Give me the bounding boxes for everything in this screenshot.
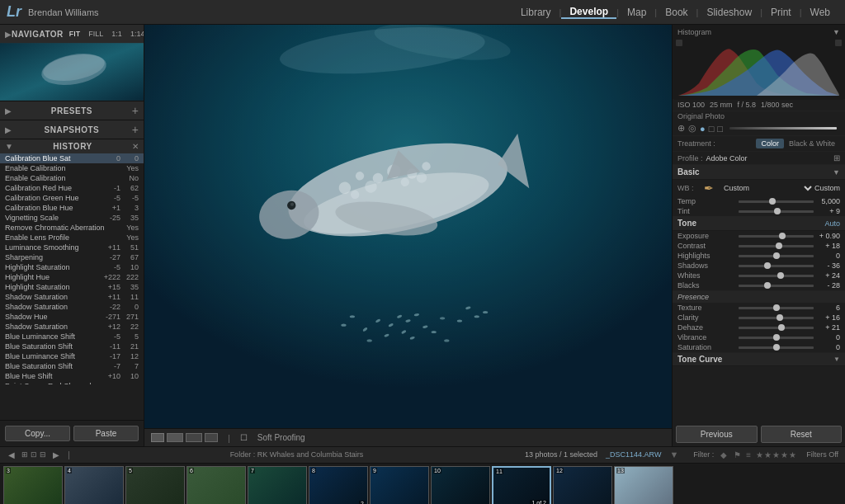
nav-slideshow[interactable]: Slideshow xyxy=(698,7,760,18)
filter-icon[interactable]: ◆ xyxy=(720,450,727,459)
temp-slider[interactable] xyxy=(739,200,814,203)
wb-dropper-icon[interactable]: ✒ xyxy=(704,181,714,195)
redeye-tool-icon[interactable]: ● xyxy=(700,124,706,134)
history-item[interactable]: Shadow Saturation-220 xyxy=(0,302,144,312)
history-item[interactable]: Shadow Saturation+1111 xyxy=(0,292,144,302)
saturation-thumb[interactable] xyxy=(773,344,780,351)
star-2[interactable]: ★ xyxy=(764,450,772,459)
exposure-slider[interactable] xyxy=(739,235,814,238)
profile-grid-icon[interactable]: ⊞ xyxy=(833,153,840,163)
nav-fit-fill[interactable]: FILL xyxy=(86,29,106,39)
film-thumb[interactable]: 82 xyxy=(309,466,368,504)
tint-thumb[interactable] xyxy=(774,208,781,214)
highlights-slider[interactable] xyxy=(739,255,814,257)
auto-tone-button[interactable]: Auto xyxy=(824,219,840,228)
tint-slider[interactable] xyxy=(739,210,814,213)
snapshots-header[interactable]: ▶ Snapshots + xyxy=(0,120,144,139)
saturation-slider[interactable] xyxy=(739,346,814,349)
history-item[interactable]: Sharpening-2767 xyxy=(0,252,144,262)
history-item[interactable]: Highlight Saturation+1535 xyxy=(0,282,144,292)
clarity-slider[interactable] xyxy=(739,317,814,319)
nav-map[interactable]: Map xyxy=(619,7,654,18)
film-thumb[interactable]: 6 xyxy=(186,466,246,504)
filter-list-icon[interactable]: ≡ xyxy=(746,450,751,459)
vibrance-thumb[interactable] xyxy=(773,334,780,341)
heal-tool-icon[interactable]: ◎ xyxy=(688,123,696,134)
film-thumb[interactable]: 13 xyxy=(614,466,673,504)
nav-print[interactable]: Print xyxy=(762,7,800,18)
survey-view-icon[interactable] xyxy=(205,433,218,442)
film-thumb[interactable]: 111 of 2 xyxy=(492,466,551,504)
treatment-color-button[interactable]: Color xyxy=(756,139,784,148)
nav-library[interactable]: Library xyxy=(512,7,559,18)
history-item[interactable]: Blue Saturation Shift-77 xyxy=(0,361,144,371)
tone-curve-section[interactable]: Tone Curve ▼ xyxy=(673,352,845,366)
history-item[interactable]: Point Curve: Red Channel xyxy=(0,381,144,384)
film-thumb[interactable]: 7 xyxy=(248,466,307,504)
presence-header[interactable]: Presence xyxy=(673,290,845,303)
grid-layout-icon[interactable]: ⊞ xyxy=(21,450,28,459)
snapshots-add-icon[interactable]: + xyxy=(132,123,139,136)
radial-tool-icon[interactable]: □ xyxy=(717,124,723,134)
presets-header[interactable]: ▶ Presets + xyxy=(0,101,144,120)
star-3[interactable]: ★ xyxy=(772,450,780,459)
highlights-thumb[interactable] xyxy=(773,252,780,259)
presets-add-icon[interactable]: + xyxy=(132,104,139,117)
star-5[interactable]: ★ xyxy=(789,450,796,459)
history-item[interactable]: Blue Luminance Shift-55 xyxy=(0,332,144,341)
history-item[interactable]: Blue Hue Shift+1010 xyxy=(0,371,144,381)
film-thumb[interactable]: 10 xyxy=(431,466,490,504)
history-item[interactable]: Calibration Red Hue-162 xyxy=(0,183,144,193)
history-item[interactable]: Blue Luminance Shift-1712 xyxy=(0,351,144,361)
nav-book[interactable]: Book xyxy=(657,7,696,18)
history-item[interactable]: Shadow Hue-271271 xyxy=(0,312,144,322)
shadows-slider[interactable] xyxy=(739,265,814,267)
history-item[interactable]: Shadow Saturation+1222 xyxy=(0,322,144,332)
history-item[interactable]: Enable CalibrationNo xyxy=(0,173,144,183)
history-item[interactable]: Calibration Blue Hue+13 xyxy=(0,203,144,213)
blacks-slider[interactable] xyxy=(739,285,814,287)
vibrance-slider[interactable] xyxy=(739,337,814,339)
history-item[interactable]: Luminance Smoothing+1151 xyxy=(0,243,144,252)
whites-slider[interactable] xyxy=(739,275,814,277)
wb-select[interactable]: Custom Auto Daylight xyxy=(717,183,814,193)
fs-next-button[interactable]: ▶ xyxy=(51,450,61,459)
dehaze-thumb[interactable] xyxy=(778,324,785,331)
history-item[interactable]: Calibration Green Hue-5-5 xyxy=(0,193,144,203)
blacks-thumb[interactable] xyxy=(764,282,771,289)
filter-flag-icon[interactable]: ⚑ xyxy=(734,450,741,459)
crop-tool-icon[interactable]: ⊕ xyxy=(677,123,685,134)
tone-section-header[interactable]: Tone Auto xyxy=(673,216,845,231)
contrast-thumb[interactable] xyxy=(776,243,782,249)
compare-layout-icon[interactable]: ⊟ xyxy=(40,450,46,459)
texture-thumb[interactable] xyxy=(773,304,780,311)
previous-button[interactable]: Previous xyxy=(676,426,758,443)
fs-prev-button[interactable]: ◀ xyxy=(7,450,17,459)
star-4[interactable]: ★ xyxy=(781,450,788,459)
history-item[interactable]: Vignetting Scale-2535 xyxy=(0,213,144,223)
film-thumb[interactable]: 12 xyxy=(553,466,612,504)
single-view-icon[interactable] xyxy=(151,433,164,442)
temp-thumb[interactable] xyxy=(769,198,776,205)
dehaze-slider[interactable] xyxy=(739,327,814,329)
history-header[interactable]: ▼ History ✕ xyxy=(0,139,144,153)
texture-slider[interactable] xyxy=(739,307,814,309)
grid-view-icon[interactable] xyxy=(167,433,183,442)
nav-develop[interactable]: Develop xyxy=(561,6,616,19)
reset-button[interactable]: Reset xyxy=(761,426,843,443)
treatment-bw-button[interactable]: Black & White xyxy=(784,139,840,148)
adjustment-brush-slider[interactable] xyxy=(729,127,837,130)
basic-section-header[interactable]: Basic ▼ xyxy=(673,165,845,180)
paste-button[interactable]: Paste xyxy=(73,426,139,441)
nav-web[interactable]: Web xyxy=(802,7,838,18)
history-item[interactable]: Highlight Saturation-510 xyxy=(0,262,144,272)
history-item[interactable]: Enable Lens ProfileYes xyxy=(0,233,144,243)
shadows-thumb[interactable] xyxy=(764,262,771,269)
gradient-tool-icon[interactable]: □ xyxy=(709,124,715,134)
history-item[interactable]: Remove Chromatic AberrationYes xyxy=(0,223,144,233)
history-item[interactable]: Blue Saturation Shift-1121 xyxy=(0,341,144,351)
whites-thumb[interactable] xyxy=(777,272,784,279)
contrast-slider[interactable] xyxy=(739,245,814,247)
copy-button[interactable]: Copy... xyxy=(5,426,70,441)
loupe-layout-icon[interactable]: ⊡ xyxy=(31,450,37,459)
